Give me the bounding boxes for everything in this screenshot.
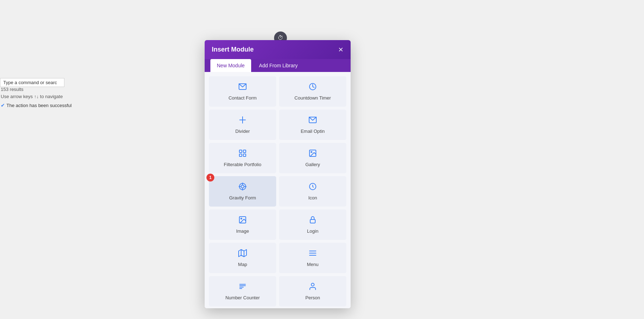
countdown-timer-icon [308,82,317,92]
module-filterable-portfolio[interactable]: Filterable Portfolio [209,143,276,173]
module-icon[interactable]: Icon [279,176,346,207]
command-input-box[interactable]: Type a command or searc [0,78,64,87]
module-email-optin[interactable]: Email Optin [279,110,346,140]
module-map[interactable]: Map [209,243,276,273]
module-divider[interactable]: Divider [209,110,276,140]
svg-rect-7 [239,154,242,156]
module-login[interactable]: Login [279,209,346,240]
svg-rect-6 [243,150,246,153]
modal-body: Contact Form Countdown Timer Divider [205,72,351,308]
menu-label: Menu [307,262,319,267]
svg-marker-21 [239,250,247,257]
modal-title: Insert Module [212,46,254,53]
modules-grid: Contact Form Countdown Timer Divider [209,76,346,308]
email-optin-icon [308,116,317,126]
menu-icon [308,249,317,259]
modal-tabs: New Module Add From Library [205,59,351,72]
icon-module-icon [308,182,317,192]
success-message: ✔ The action has been successful [1,102,72,108]
module-image[interactable]: Image [209,209,276,240]
person-label: Person [305,295,320,300]
insert-module-modal: Insert Module ✕ New Module Add From Libr… [205,40,351,308]
results-count: 153 results [1,87,24,92]
tab-new-module[interactable]: New Module [210,59,251,72]
tab-add-from-library[interactable]: Add From Library [253,59,304,72]
svg-rect-20 [310,219,315,223]
modal-close-button[interactable]: ✕ [338,47,343,53]
svg-point-10 [311,151,312,153]
map-icon [238,249,247,259]
icon-label: Icon [308,195,317,200]
module-contact-form[interactable]: Contact Form [209,76,276,107]
countdown-timer-label: Countdown Timer [294,95,331,101]
module-gallery[interactable]: Gallery [279,143,346,173]
number-counter-label: Number Counter [225,295,260,300]
gravity-form-label: Gravity Form [229,195,256,200]
module-gravity-form[interactable]: 1 Gravity Form [209,176,276,207]
number-counter-icon [238,282,247,292]
svg-point-31 [311,283,314,286]
check-icon: ✔ [1,102,5,108]
svg-rect-8 [243,154,246,156]
svg-point-19 [241,218,242,219]
module-number-counter[interactable]: Number Counter [209,276,276,306]
login-icon [308,216,317,226]
gallery-icon [308,149,317,159]
contact-form-label: Contact Form [229,95,257,101]
command-placeholder: Type a command or searc [3,80,57,85]
nav-hint: Use arrow keys ↑↓ to navigate [1,94,63,99]
module-countdown-timer[interactable]: Countdown Timer [279,76,346,107]
image-icon [238,216,247,226]
svg-point-12 [241,185,244,188]
image-label: Image [236,228,249,234]
login-label: Login [307,228,318,234]
filterable-portfolio-icon [238,149,247,159]
module-menu[interactable]: Menu [279,243,346,273]
person-icon [308,282,317,292]
filterable-portfolio-label: Filterable Portfolio [224,162,262,167]
gravity-form-badge: 1 [206,174,214,182]
gallery-label: Gallery [305,162,320,167]
svg-rect-5 [239,150,242,153]
gravity-form-icon [238,182,247,192]
email-optin-label: Email Optin [301,129,325,134]
module-person[interactable]: Person [279,276,346,306]
contact-form-icon [238,82,247,92]
map-label: Map [238,262,247,267]
divider-label: Divider [235,129,250,134]
divider-icon [238,116,247,126]
modal-header: Insert Module ✕ [205,40,351,59]
